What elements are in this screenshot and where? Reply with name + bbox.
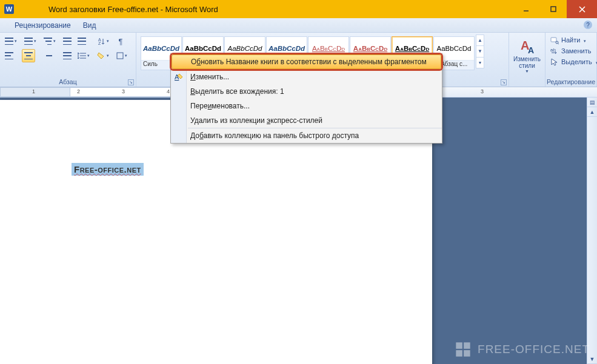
ctx-remove-from-gallery[interactable]: Удалить из коллекции экспресс-стилей — [171, 113, 442, 128]
paragraph-label-text: Абзац — [59, 78, 76, 85]
replace-button[interactable]: ab Заменить — [548, 45, 594, 56]
close-button[interactable] — [567, 0, 597, 18]
editing-label-text: Редактирование — [547, 78, 595, 85]
ruler-tick — [0, 88, 22, 94]
ruler-tick: 2 — [67, 88, 90, 94]
ctx-rename[interactable]: Переименовать... — [171, 99, 442, 113]
window-title: Word заголовки Free-office.net - Microso… — [18, 5, 512, 14]
vertical-scrollbar[interactable]: ▤ ▲ ▼ — [587, 98, 597, 364]
help-icon[interactable]: ? — [584, 21, 592, 29]
ctx-modify[interactable]: A Изменить... — [171, 70, 442, 84]
svg-text:A: A — [528, 45, 534, 55]
scroll-up-button[interactable]: ▲ — [587, 107, 597, 117]
ctx-select-all-label: Выделить все вхождения: 1 — [190, 87, 284, 96]
line-spacing-button[interactable] — [75, 49, 93, 62]
select-icon — [550, 58, 559, 66]
find-icon — [550, 36, 559, 44]
gallery-expand[interactable]: ▾ — [476, 58, 484, 68]
watermark: FREE-OFFICE.NET — [455, 341, 590, 358]
pilcrow-button[interactable]: ¶ — [114, 35, 127, 48]
watermark-text: FREE-OFFICE.NET — [478, 343, 590, 356]
svg-line-16 — [558, 44, 559, 45]
change-styles-button[interactable]: AA Изменить стили ▼ — [512, 35, 542, 76]
ruler-tick — [45, 88, 67, 94]
word-app-icon: W — [0, 4, 18, 14]
ctx-remove-label: Удалить из коллекции экспресс-стилей — [190, 116, 322, 125]
svg-text:W: W — [6, 5, 13, 13]
scroll-track[interactable] — [587, 117, 597, 354]
modify-icon: A — [174, 72, 184, 82]
svg-rect-3 — [551, 7, 556, 12]
sort-button[interactable]: AZ — [95, 35, 113, 48]
select-label: Выделить — [561, 58, 592, 65]
svg-rect-22 — [464, 350, 470, 357]
ctx-update-to-match[interactable]: Обновить Название книги в соответствии с… — [172, 55, 441, 69]
svg-rect-21 — [456, 350, 462, 357]
styles-launcher[interactable]: ↘ — [501, 79, 507, 85]
svg-rect-14 — [551, 38, 556, 42]
ctx-add-to-qat[interactable]: Добавить коллекцию на панель быстрого до… — [171, 128, 442, 143]
ruler-toggle[interactable]: ▤ — [587, 98, 597, 107]
gallery-scroll: ▲ ▼ ▾ — [476, 35, 484, 68]
title-bar: W Word заголовки Free-office.net - Micro… — [0, 0, 597, 18]
svg-rect-19 — [456, 342, 462, 349]
ruler-tick: 1 — [22, 88, 45, 94]
minimize-button[interactable] — [512, 0, 539, 18]
find-button[interactable]: Найти — [548, 35, 594, 45]
svg-rect-11 — [117, 53, 123, 59]
decrease-indent-button[interactable] — [61, 35, 74, 48]
justify-button[interactable] — [61, 49, 74, 62]
paragraph-launcher[interactable]: ↘ — [128, 79, 134, 85]
ruler-tick — [449, 88, 471, 94]
find-label: Найти — [561, 36, 580, 44]
ruler-tick — [90, 88, 112, 94]
ctx-select-all[interactable]: Выделить все вхождения: 1 — [171, 84, 442, 99]
select-button[interactable]: Выделить — [548, 56, 594, 67]
ruler-tick — [135, 88, 157, 94]
bullets-button[interactable] — [2, 35, 21, 48]
ctx-rename-label: Переименовать... — [190, 102, 250, 110]
group-label-editing: Редактирование — [545, 76, 596, 87]
ctx-add-qat-label: Добавить коллекцию на панель быстрого до… — [190, 131, 359, 140]
change-styles-label: Изменить стили — [512, 56, 542, 69]
group-paragraph: AZ ¶ Абзац ↘ — [0, 33, 136, 87]
gallery-scroll-down[interactable]: ▼ — [476, 46, 484, 57]
replace-icon: ab — [550, 47, 559, 55]
group-change-styles: AA Изменить стили ▼ — [509, 33, 545, 87]
ruler-tick: 3 — [112, 88, 135, 94]
multilevel-list-button[interactable] — [41, 35, 59, 48]
gallery-scroll-up[interactable]: ▲ — [476, 35, 484, 46]
group-label-paragraph: Абзац ↘ — [0, 76, 136, 87]
group-editing: Найти ab Заменить Выделить Редактировани… — [545, 33, 597, 87]
borders-button[interactable] — [114, 49, 132, 62]
ribbon-tabs: Рецензирование Вид ? — [0, 18, 597, 33]
tab-view[interactable]: Вид — [77, 19, 102, 32]
align-right-button[interactable] — [41, 49, 55, 62]
style-context-menu: Обновить Название книги в соответствии с… — [170, 53, 442, 144]
ruler-tick: 3 — [471, 88, 493, 94]
replace-label: Заменить — [561, 47, 591, 55]
windows-logo-icon — [455, 341, 472, 358]
svg-text:Z: Z — [98, 41, 101, 45]
svg-point-15 — [556, 41, 558, 44]
svg-rect-20 — [464, 342, 470, 349]
ctx-modify-label: Изменить... — [190, 73, 229, 81]
increase-indent-button[interactable] — [75, 35, 88, 48]
shading-button[interactable] — [95, 49, 113, 62]
maximize-button[interactable] — [539, 0, 567, 18]
align-left-button[interactable] — [2, 49, 16, 62]
change-styles-icon: AA — [518, 38, 536, 56]
selected-text[interactable]: Free-office.net — [72, 163, 144, 176]
numbering-button[interactable] — [22, 35, 40, 48]
group-label-change-styles — [509, 76, 545, 87]
ctx-update-label: Обновить Название книги в соответствии с… — [191, 58, 427, 66]
align-center-button[interactable] — [22, 49, 35, 62]
tab-review[interactable]: Рецензирование — [8, 19, 77, 32]
